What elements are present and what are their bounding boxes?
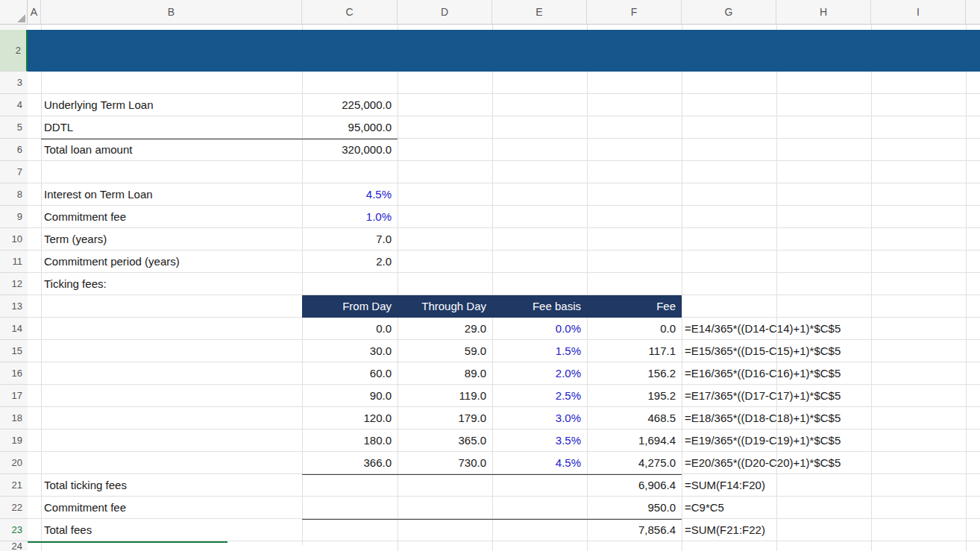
cell-d14[interactable]: 29.0 — [398, 318, 492, 340]
row-header-12[interactable]: 12 — [0, 273, 28, 295]
cell-f22-value[interactable]: 950.0 — [587, 497, 682, 519]
cell-b9-label[interactable]: Commitment fee — [41, 206, 302, 228]
row-header-18[interactable]: 18 — [0, 407, 28, 429]
cell-d16[interactable]: 89.0 — [398, 362, 492, 385]
row-header-23[interactable]: 23 — [0, 519, 28, 541]
table-header-fee-basis[interactable]: Fee basis — [492, 295, 587, 318]
row-header-6[interactable]: 6 — [0, 139, 28, 161]
row-header-7[interactable]: 7 — [0, 161, 28, 183]
floating-shape-artifact — [215, 545, 388, 551]
row-header-sliver[interactable] — [0, 25, 28, 30]
cell-b6-label[interactable]: Total loan amount — [41, 139, 302, 161]
cell-d19[interactable]: 365.0 — [398, 429, 492, 452]
table-header-fee[interactable]: Fee — [587, 295, 682, 318]
cell-f20[interactable]: 4,275.0 — [587, 452, 682, 474]
cell-b11-label[interactable]: Commitment period (years) — [41, 251, 302, 273]
row-header-21[interactable]: 21 — [0, 474, 28, 497]
cell-b22-label[interactable]: Commitment fee — [41, 497, 302, 519]
cell-e18[interactable]: 3.0% — [492, 407, 587, 429]
cell-b4-label[interactable]: Underlying Term Loan — [41, 94, 302, 116]
cell-e17[interactable]: 2.5% — [492, 385, 587, 407]
cell-c15[interactable]: 30.0 — [302, 340, 398, 362]
cell-g20-formula[interactable]: =E20/365*((D20-C20)+1)*$C$5 — [682, 452, 841, 474]
cell-g21-formula[interactable]: =SUM(F14:F20) — [682, 474, 765, 497]
column-header-i[interactable]: I — [871, 0, 966, 25]
cell-f15[interactable]: 117.1 — [587, 340, 682, 362]
cell-g16-formula[interactable]: =E16/365*((D16-C16)+1)*$C$5 — [682, 362, 841, 385]
row-header-20[interactable]: 20 — [0, 452, 28, 474]
cell-d20[interactable]: 730.0 — [398, 452, 492, 474]
column-header-blank[interactable] — [966, 0, 980, 25]
cell-d17[interactable]: 119.0 — [398, 385, 492, 407]
cell-g14-formula[interactable]: =E14/365*((D14-C14)+1)*$C$5 — [682, 318, 841, 340]
row-header-11[interactable]: 11 — [0, 251, 28, 273]
column-header-a[interactable]: A — [28, 0, 41, 25]
cell-g17-formula[interactable]: =E17/365*((D17-C17)+1)*$C$5 — [682, 385, 841, 407]
cell-c16[interactable]: 60.0 — [302, 362, 398, 385]
title-banner-row2[interactable] — [28, 30, 980, 72]
cell-c11-value[interactable]: 2.0 — [302, 251, 398, 273]
cell-g22-formula[interactable]: =C9*C5 — [682, 497, 724, 519]
cell-b8-label[interactable]: Interest on Term Loan — [41, 183, 302, 206]
row-header-5[interactable]: 5 — [0, 116, 28, 139]
cell-g15-formula[interactable]: =E15/365*((D15-C15)+1)*$C$5 — [682, 340, 841, 362]
row-header-13[interactable]: 13 — [0, 295, 28, 318]
row-header-9[interactable]: 9 — [0, 206, 28, 228]
cell-f21-value[interactable]: 6,906.4 — [587, 474, 682, 497]
column-header-e[interactable]: E — [492, 0, 587, 25]
column-header-g[interactable]: G — [682, 0, 776, 25]
cell-f16[interactable]: 156.2 — [587, 362, 682, 385]
cell-c8-value[interactable]: 4.5% — [302, 183, 398, 206]
select-all-button[interactable] — [0, 0, 28, 25]
cell-e15[interactable]: 1.5% — [492, 340, 587, 362]
row-header-16[interactable]: 16 — [0, 362, 28, 385]
column-header-b[interactable]: B — [41, 0, 302, 25]
cell-b21-label[interactable]: Total ticking fees — [41, 474, 302, 497]
row-header-4[interactable]: 4 — [0, 94, 28, 116]
row-header-17[interactable]: 17 — [0, 385, 28, 407]
cell-c14[interactable]: 0.0 — [302, 318, 398, 340]
row-header-2[interactable]: 2 — [0, 30, 28, 72]
row-header-15[interactable]: 15 — [0, 340, 28, 362]
cell-f17[interactable]: 195.2 — [587, 385, 682, 407]
cell-c5-value[interactable]: 95,000.0 — [302, 116, 398, 139]
cell-e16[interactable]: 2.0% — [492, 362, 587, 385]
cell-f18[interactable]: 468.5 — [587, 407, 682, 429]
table-header-through-day[interactable]: Through Day — [398, 295, 492, 318]
cell-e20[interactable]: 4.5% — [492, 452, 587, 474]
cell-b23-label[interactable]: Total fees — [41, 519, 302, 541]
cell-e19[interactable]: 3.5% — [492, 429, 587, 452]
cell-g19-formula[interactable]: =E19/365*((D19-C19)+1)*$C$5 — [682, 429, 841, 452]
cell-g18-formula[interactable]: =E18/365*((D18-C18)+1)*$C$5 — [682, 407, 841, 429]
row-header-14[interactable]: 14 — [0, 318, 28, 340]
cell-c18[interactable]: 120.0 — [302, 407, 398, 429]
cell-d15[interactable]: 59.0 — [398, 340, 492, 362]
column-header-d[interactable]: D — [398, 0, 492, 25]
column-header-c[interactable]: C — [302, 0, 398, 25]
row-header-24[interactable]: 24 — [0, 541, 28, 551]
cell-f23-value[interactable]: 7,856.4 — [587, 519, 682, 541]
cell-b10-label[interactable]: Term (years) — [41, 228, 302, 251]
cell-f14[interactable]: 0.0 — [587, 318, 682, 340]
cell-g23-formula[interactable]: =SUM(F21:F22) — [682, 519, 765, 541]
column-header-f[interactable]: F — [587, 0, 682, 25]
column-header-h[interactable]: H — [776, 0, 871, 25]
row-header-22[interactable]: 22 — [0, 497, 28, 519]
cell-b5-label[interactable]: DDTL — [41, 116, 302, 139]
cell-e14[interactable]: 0.0% — [492, 318, 587, 340]
row-header-10[interactable]: 10 — [0, 228, 28, 251]
cell-c17[interactable]: 90.0 — [302, 385, 398, 407]
row-header-19[interactable]: 19 — [0, 429, 28, 452]
cell-c20[interactable]: 366.0 — [302, 452, 398, 474]
cell-c19[interactable]: 180.0 — [302, 429, 398, 452]
cell-f19[interactable]: 1,694.4 — [587, 429, 682, 452]
row-header-3[interactable]: 3 — [0, 72, 28, 94]
cell-b12-label[interactable]: Ticking fees: — [41, 273, 302, 295]
row-header-8[interactable]: 8 — [0, 183, 28, 206]
cell-d18[interactable]: 179.0 — [398, 407, 492, 429]
cell-c4-value[interactable]: 225,000.0 — [302, 94, 398, 116]
table-header-from-day[interactable]: From Day — [302, 295, 398, 318]
cell-c9-value[interactable]: 1.0% — [302, 206, 398, 228]
cell-c10-value[interactable]: 7.0 — [302, 228, 398, 251]
cell-c6-value[interactable]: 320,000.0 — [302, 139, 398, 161]
